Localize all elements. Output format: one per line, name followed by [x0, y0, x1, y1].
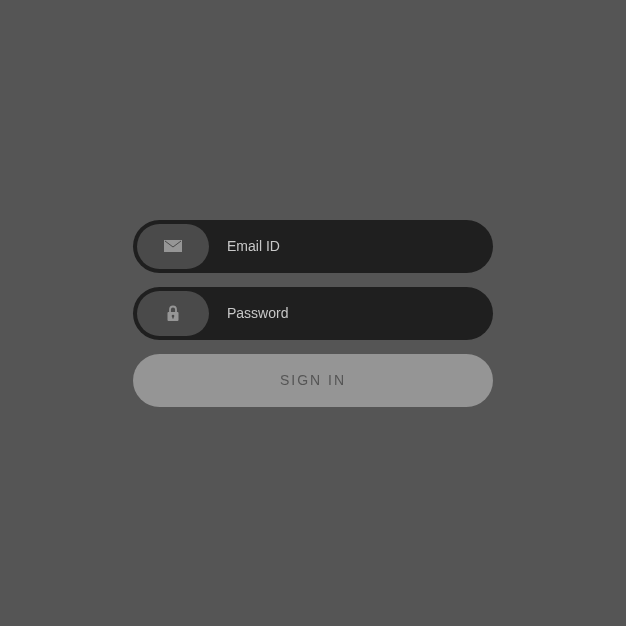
- login-form: SIGN IN: [133, 220, 493, 407]
- svg-rect-3: [172, 316, 173, 319]
- password-icon-bubble: [137, 291, 209, 336]
- email-field-container: [133, 220, 493, 273]
- email-input[interactable]: [209, 224, 489, 269]
- email-icon-bubble: [137, 224, 209, 269]
- envelope-icon: [164, 240, 182, 252]
- signin-button[interactable]: SIGN IN: [133, 354, 493, 407]
- password-field-container: [133, 287, 493, 340]
- password-input[interactable]: [209, 291, 489, 336]
- lock-icon: [166, 305, 180, 322]
